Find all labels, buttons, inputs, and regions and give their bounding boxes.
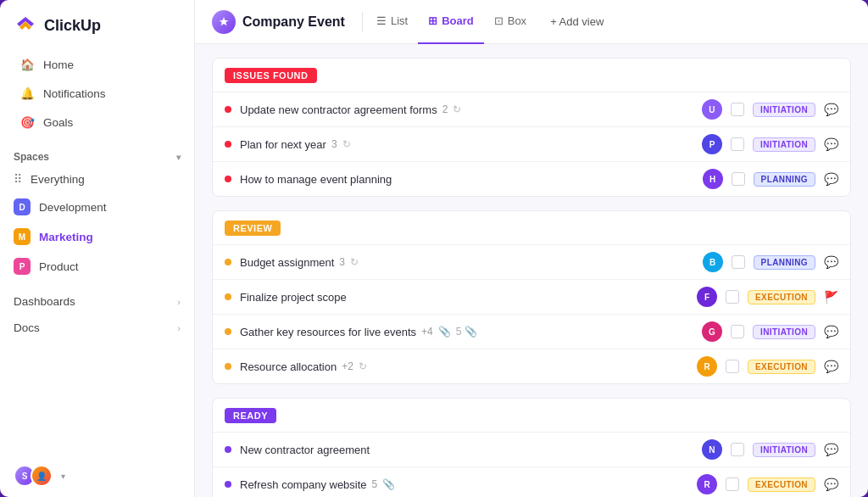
sidebar-item-product[interactable]: P Product — [0, 252, 194, 281]
add-view-button[interactable]: + Add view — [540, 10, 614, 33]
task-avatar: N — [702, 439, 722, 460]
task-checkbox[interactable] — [726, 290, 739, 304]
task-name: Budget assignment3↻ — [240, 256, 694, 269]
task-status-chip: INITIATION — [753, 103, 815, 117]
task-meta: 3 — [331, 138, 337, 150]
table-row[interactable]: Update new contractor agreement forms2↻U… — [213, 92, 850, 126]
sidebar-item-goals[interactable]: 🎯 Goals — [7, 109, 187, 136]
task-checkbox[interactable] — [726, 477, 739, 491]
tab-list[interactable]: ☰ List — [366, 0, 418, 44]
task-comment-icon: 💬 — [824, 325, 838, 338]
sidebar-item-home[interactable]: 🏠 Home — [7, 51, 187, 78]
tab-box[interactable]: ⊡ Box — [484, 0, 537, 44]
sidebar-bottom-nav: Dashboards › Docs › — [0, 282, 194, 343]
sidebar-item-dashboards[interactable]: Dashboards › — [7, 288, 187, 315]
task-comment-icon: 💬 — [824, 443, 838, 456]
task-checkbox[interactable] — [731, 103, 744, 116]
spaces-section: Spaces ▾ — [0, 141, 194, 166]
project-icon — [212, 10, 236, 34]
task-checkbox[interactable] — [731, 325, 744, 338]
table-row[interactable]: Resource allocation+2↻REXECUTION💬 — [213, 349, 850, 383]
task-meta: +2 — [342, 360, 353, 372]
task-name: How to manage event planning — [240, 173, 694, 186]
table-row[interactable]: Refresh company website5📎REXECUTION💬 — [213, 466, 850, 497]
task-checkbox[interactable] — [732, 172, 745, 186]
task-meta: 3 — [339, 256, 345, 268]
marketing-badge: M — [14, 228, 31, 245]
task-comment-icon: 💬 — [824, 477, 838, 491]
task-meta: +4 — [421, 326, 433, 338]
task-status-chip: INITIATION — [753, 137, 815, 152]
sidebar-item-docs[interactable]: Docs › — [7, 315, 187, 341]
task-comment-icon: 💬 — [824, 172, 838, 186]
task-meta: 5 — [372, 478, 378, 490]
task-avatar: R — [697, 356, 717, 377]
topbar: Company Event ☰ List ⊞ Board ⊡ Box + Add… — [195, 0, 868, 44]
task-repeat-icon: ↻ — [359, 360, 367, 372]
table-row[interactable]: Finalize project scopeFEXECUTION🚩 — [213, 279, 850, 314]
task-comment-icon: 💬 — [824, 360, 838, 373]
task-comment-icon: 💬 — [824, 255, 838, 269]
section-issues-found: ISSUES FOUNDUpdate new contractor agreem… — [212, 58, 851, 197]
task-avatar: R — [697, 474, 717, 494]
dashboards-chevron-icon: › — [177, 297, 181, 307]
task-priority-dot — [225, 106, 231, 113]
sidebar-item-notifications-label: Notifications — [43, 87, 106, 100]
task-checkbox[interactable] — [731, 137, 744, 151]
task-comment-icon: 💬 — [824, 137, 838, 151]
task-priority-dot — [225, 259, 231, 265]
sidebar-item-notifications[interactable]: 🔔 Notifications — [7, 80, 187, 107]
task-status-chip: EXECUTION — [748, 360, 815, 374]
task-name: Finalize project scope — [240, 291, 688, 304]
task-repeat-icon: 📎 — [438, 326, 451, 338]
home-icon: 🏠 — [20, 58, 35, 71]
task-name: Refresh company website5📎 — [240, 478, 688, 491]
task-repeat-icon: ↻ — [342, 138, 351, 150]
task-avatar: U — [702, 99, 722, 120]
list-tab-icon: ☰ — [376, 14, 387, 27]
project-title: Company Event — [242, 14, 345, 30]
task-name: Update new contractor agreement forms2↻ — [240, 103, 693, 116]
table-row[interactable]: Gather key resources for live events+4📎 … — [213, 314, 850, 349]
docs-chevron-icon: › — [177, 323, 181, 333]
table-row[interactable]: Plan for next year3↻PINITIATION💬 — [213, 126, 850, 161]
task-status-chip: INITIATION — [753, 443, 815, 457]
task-priority-dot — [225, 141, 231, 148]
spaces-chevron-icon: ▾ — [176, 153, 181, 162]
app-title: ClickUp — [44, 17, 101, 35]
table-row[interactable]: Budget assignment3↻BPLANNING💬 — [213, 244, 850, 279]
everything-dots-icon: ⠿ — [14, 172, 22, 186]
section-ready: READYNew contractor agreementNINITIATION… — [212, 398, 851, 497]
avatar-stack: S 👤 — [14, 465, 53, 487]
product-badge: P — [14, 258, 31, 275]
sidebar-item-marketing[interactable]: M Marketing — [0, 222, 194, 251]
task-checkbox[interactable] — [732, 255, 745, 269]
footer-chevron-icon: ▾ — [61, 472, 65, 481]
main-content: Company Event ☰ List ⊞ Board ⊡ Box + Add… — [195, 0, 868, 497]
task-checkbox[interactable] — [726, 360, 739, 373]
tab-board[interactable]: ⊞ Board — [418, 0, 484, 44]
task-priority-dot — [225, 176, 231, 182]
table-row[interactable]: How to manage event planningHPLANNING💬 — [213, 161, 850, 196]
task-priority-dot — [225, 293, 231, 300]
section-badge-review: REVIEW — [225, 221, 281, 236]
task-comment-icon: 💬 — [824, 103, 838, 116]
sidebar-item-everything[interactable]: ⠿ Everything — [0, 166, 194, 192]
section-badge-ready: READY — [225, 408, 276, 423]
task-name: Resource allocation+2↻ — [240, 360, 688, 373]
sidebar-item-development[interactable]: D Development — [0, 193, 194, 221]
task-attach-icon: 5 📎 — [456, 326, 477, 338]
task-status-chip: EXECUTION — [748, 477, 815, 492]
sidebar: ClickUp 🏠 Home 🔔 Notifications 🎯 Goals S… — [0, 0, 195, 497]
logo-area: ClickUp — [0, 0, 194, 47]
task-name: Gather key resources for live events+4📎 … — [240, 326, 693, 338]
sidebar-nav: 🏠 Home 🔔 Notifications 🎯 Goals — [0, 47, 194, 141]
spaces-section-title[interactable]: Spaces ▾ — [14, 151, 181, 163]
task-avatar: G — [702, 321, 722, 342]
task-checkbox[interactable] — [731, 443, 744, 456]
table-row[interactable]: New contractor agreementNINITIATION💬 — [213, 432, 850, 466]
task-status-chip: PLANNING — [754, 255, 815, 270]
logo-icon — [14, 14, 37, 37]
task-flag-icon: 🚩 — [824, 290, 838, 304]
sidebar-footer: S 👤 ▾ — [0, 455, 194, 497]
